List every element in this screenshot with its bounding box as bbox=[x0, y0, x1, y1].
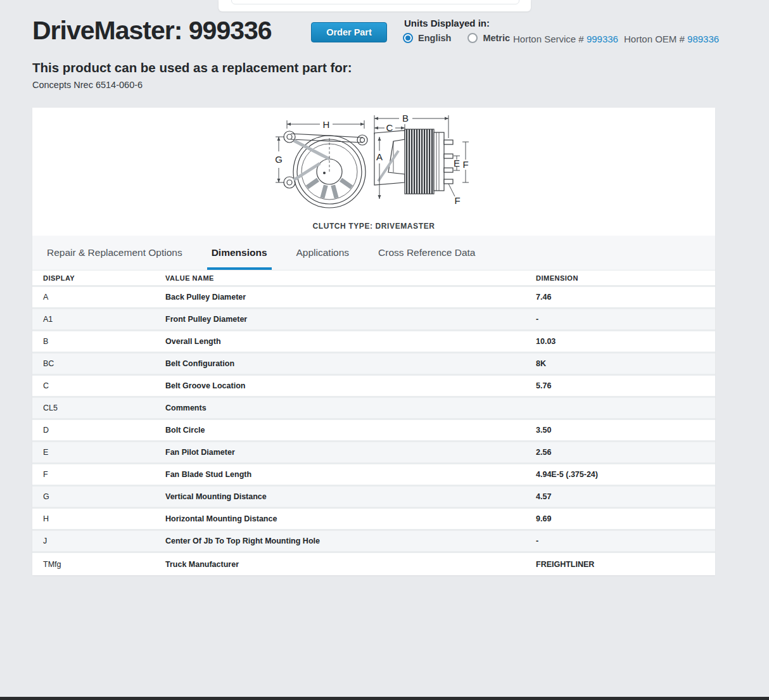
cell-display: TMfg bbox=[43, 560, 165, 569]
table-row: J Center Of Jb To Top Right Mounting Hol… bbox=[32, 531, 715, 553]
table-row: TMfg Truck Manufacturer FREIGHTLINER bbox=[32, 553, 715, 575]
label-a: A bbox=[376, 151, 383, 162]
radio-english-label: English bbox=[418, 33, 451, 43]
col-header-dimension: DIMENSION bbox=[536, 274, 704, 282]
cell-display: F bbox=[43, 470, 165, 479]
radio-selected-icon[interactable] bbox=[403, 33, 413, 43]
table-row: H Horizontal Mounting Distance 9.69 bbox=[32, 509, 715, 531]
cell-value-name: Overall Length bbox=[165, 337, 536, 346]
cell-dimension: 4.57 bbox=[536, 492, 704, 501]
table-header-row: DISPLAY VALUE NAME DIMENSION bbox=[32, 270, 715, 287]
cell-dimension: 9.69 bbox=[536, 514, 704, 523]
cell-dimension: 5.76 bbox=[536, 381, 704, 390]
label-b: B bbox=[402, 113, 409, 124]
cell-dimension: 3.50 bbox=[536, 426, 704, 435]
table-row: CL5 Comments bbox=[32, 398, 715, 420]
cell-value-name: Comments bbox=[165, 404, 536, 412]
label-h: H bbox=[323, 119, 330, 130]
label-g: G bbox=[275, 154, 283, 165]
horton-service-label: Horton Service # bbox=[513, 34, 587, 44]
cell-display: J bbox=[43, 537, 165, 545]
table-row: B Overall Length 10.03 bbox=[32, 331, 715, 353]
cell-value-name: Horizontal Mounting Distance bbox=[165, 514, 536, 523]
replacement-item: Concepts Nrec 6514-060-6 bbox=[32, 80, 143, 90]
table-row: BC Belt Configuration 8K bbox=[32, 353, 715, 376]
cell-value-name: Truck Manufacturer bbox=[165, 560, 536, 569]
units-radio-group: English Metric bbox=[403, 33, 510, 43]
cell-dimension: 10.03 bbox=[536, 337, 704, 346]
cell-display: C bbox=[43, 381, 165, 390]
cell-display: A1 bbox=[43, 315, 165, 324]
table-row: A1 Front Pulley Diameter - bbox=[32, 309, 715, 331]
tab-applications[interactable]: Applications bbox=[296, 236, 350, 270]
col-header-display: DISPLAY bbox=[43, 274, 165, 282]
col-header-value-name: VALUE NAME bbox=[165, 274, 536, 282]
diagram-section: H G B C A E F F CLUTCH TYPE: DRIVEMASTER bbox=[32, 108, 715, 236]
cell-display: A bbox=[43, 293, 165, 302]
cell-value-name: Fan Blade Stud Length bbox=[165, 470, 536, 479]
label-f-bottom: F bbox=[454, 195, 460, 206]
cell-display: D bbox=[43, 426, 165, 435]
cell-value-name: Bolt Circle bbox=[165, 426, 536, 435]
cell-value-name: Back Pulley Diameter bbox=[165, 293, 536, 302]
units-displayed-label: Units Displayed in: bbox=[404, 18, 490, 29]
cell-value-name: Front Pulley Diameter bbox=[165, 315, 536, 324]
order-part-button[interactable]: Order Part bbox=[311, 22, 387, 42]
search-box-remnant[interactable] bbox=[219, 0, 531, 11]
replacement-heading: This product can be used as a replacemen… bbox=[32, 60, 352, 75]
cell-display: E bbox=[43, 448, 165, 457]
radio-metric-label: Metric bbox=[483, 33, 510, 43]
table-row: D Bolt Circle 3.50 bbox=[32, 420, 715, 442]
tab-dimensions[interactable]: Dimensions bbox=[212, 236, 267, 270]
cell-display: CL5 bbox=[43, 404, 165, 412]
side-view bbox=[374, 129, 453, 194]
tab-repair-replacement-options[interactable]: Repair & Replacement Options bbox=[47, 236, 182, 270]
cell-display: B bbox=[43, 337, 165, 346]
label-f-right: F bbox=[462, 159, 468, 170]
cell-value-name: Fan Pilot Diameter bbox=[165, 448, 536, 457]
table-row: G Vertical Mounting Distance 4.57 bbox=[32, 487, 715, 509]
radio-english[interactable]: English bbox=[403, 33, 451, 43]
cell-value-name: Center Of Jb To Top Right Mounting Hole bbox=[165, 537, 536, 545]
footer-bar bbox=[0, 697, 769, 700]
page-header: DriveMaster: 999336 Order Part Units Dis… bbox=[0, 0, 769, 108]
radio-metric[interactable]: Metric bbox=[467, 33, 510, 43]
label-c: C bbox=[386, 122, 393, 133]
cell-display: G bbox=[43, 492, 165, 501]
search-input[interactable] bbox=[231, 0, 519, 4]
radio-unselected-icon[interactable] bbox=[467, 33, 478, 43]
cell-value-name: Belt Configuration bbox=[165, 359, 536, 368]
cell-value-name: Belt Groove Location bbox=[165, 381, 536, 390]
table-row: A Back Pulley Diameter 7.46 bbox=[32, 287, 715, 309]
table-row: E Fan Pilot Diameter 2.56 bbox=[32, 442, 715, 464]
cell-dimension: - bbox=[536, 537, 704, 545]
horton-service-value-link[interactable]: 999336 bbox=[587, 34, 618, 44]
cell-dimension: 7.46 bbox=[536, 293, 704, 302]
clutch-type-caption: CLUTCH TYPE: DRIVEMASTER bbox=[32, 222, 715, 231]
horton-service-number: Horton Service # 999336 bbox=[513, 34, 618, 44]
tab-cross-reference-data[interactable]: Cross Reference Data bbox=[378, 236, 475, 270]
label-e: E bbox=[454, 158, 460, 169]
cell-dimension: FREIGHTLINER bbox=[536, 560, 704, 569]
cell-value-name: Vertical Mounting Distance bbox=[165, 492, 536, 501]
table-row: F Fan Blade Stud Length 4.94E-5 (.375-24… bbox=[32, 464, 715, 487]
cell-dimension: 8K bbox=[536, 359, 704, 368]
tab-bar: Repair & Replacement Options Dimensions … bbox=[32, 236, 715, 270]
front-view bbox=[284, 131, 367, 208]
cell-dimension: 4.94E-5 (.375-24) bbox=[536, 470, 704, 479]
page-title: DriveMaster: 999336 bbox=[32, 16, 272, 46]
horton-oem-value-link[interactable]: 989336 bbox=[687, 34, 719, 44]
horton-oem-label: Horton OEM # bbox=[624, 34, 687, 44]
cell-dimension: 2.56 bbox=[536, 448, 704, 457]
clutch-diagram: H G B C A E F F bbox=[269, 111, 478, 213]
product-card: H G B C A E F F CLUTCH TYPE: DRIVEMASTER… bbox=[32, 108, 715, 575]
table-row: C Belt Groove Location 5.76 bbox=[32, 376, 715, 398]
cell-dimension: - bbox=[536, 315, 704, 324]
cell-display: BC bbox=[43, 359, 165, 368]
horton-oem-number: Horton OEM # 989336 bbox=[624, 34, 719, 44]
cell-display: H bbox=[43, 514, 165, 523]
